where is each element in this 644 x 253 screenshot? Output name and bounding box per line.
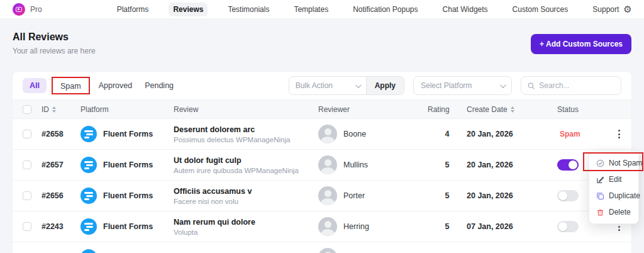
col-header-id[interactable]: ID — [42, 105, 80, 114]
menu-item-duplicate[interactable]: Duplicate — [589, 188, 638, 204]
reviewer-name: Mullins — [343, 160, 368, 169]
sort-icon[interactable] — [511, 106, 514, 113]
nav-item-testimonials[interactable]: Testimonials — [223, 3, 274, 16]
page-subtitle: Your all reviews are here — [13, 47, 96, 55]
review-title: Officiis accusamus v — [174, 187, 252, 196]
fluent-forms-icon — [80, 188, 97, 204]
app-logo-icon — [13, 3, 25, 16]
search-input[interactable] — [539, 81, 614, 90]
nav-item-notification-popups[interactable]: Notification Popups — [348, 3, 422, 16]
nav-item-templates[interactable]: Templates — [289, 3, 333, 16]
main-nav: Platforms Reviews Testimonials Templates… — [113, 3, 624, 16]
fluent-forms-icon — [80, 157, 97, 173]
menu-item-not-spam[interactable]: Not Spam — [589, 155, 638, 171]
nav-item-chat-widgets[interactable]: Chat Widgets — [438, 3, 492, 16]
rating-value: 5 — [428, 160, 467, 169]
menu-item-edit[interactable]: Edit — [589, 171, 638, 188]
status-toggle-off[interactable] — [557, 221, 579, 232]
row-context-menu: Not Spam Edit Duplicate Delete — [589, 151, 639, 224]
row-checkbox[interactable] — [23, 191, 31, 200]
review-title: Deserunt dolorem arc — [174, 125, 290, 134]
col-header-reviewer: Reviewer — [318, 105, 428, 114]
fluent-forms-icon — [80, 218, 97, 235]
status-toggle-off[interactable] — [557, 190, 579, 201]
page-title: All Reviews — [13, 31, 96, 43]
annotation-box-spam-tab: Spam — [52, 77, 90, 94]
col-header-status: Status — [557, 105, 607, 114]
review-excerpt: Facere nisi non volu — [174, 198, 252, 205]
create-date: 20 Jan, 2026 — [467, 130, 513, 138]
review-excerpt: Volupta — [174, 228, 255, 236]
menu-item-label: Not Spam — [609, 159, 642, 167]
review-excerpt: Possimus delectus WPManageNinja — [174, 136, 290, 143]
review-id: #2243 — [42, 222, 64, 231]
kebab-menu-icon[interactable] — [616, 128, 622, 140]
bulk-action-label: Bulk Action — [296, 81, 333, 90]
avatar — [318, 217, 337, 236]
avatar — [318, 125, 337, 143]
row-checkbox[interactable] — [23, 160, 31, 169]
avatar — [318, 248, 337, 253]
tab-all[interactable]: All — [23, 78, 47, 93]
status-spam-label: Spam — [560, 130, 580, 138]
menu-item-label: Edit — [609, 175, 622, 184]
review-id: #2657 — [42, 160, 64, 169]
platform-name: Fluent Forms — [103, 160, 153, 169]
reviewer-name: Porter — [343, 191, 365, 200]
reviewer-name: Herring — [343, 222, 369, 231]
top-navbar: Pro Platforms Reviews Testimonials Templ… — [0, 0, 644, 19]
create-date: 20 Jan, 2026 — [467, 191, 513, 200]
menu-item-label: Delete — [609, 208, 631, 216]
search-box[interactable] — [521, 76, 621, 95]
create-date: 07 Jan, 2026 — [467, 222, 513, 231]
tab-approved[interactable]: Approved — [95, 78, 136, 93]
rating-value: 5 — [428, 191, 467, 200]
col-header-review: Review — [174, 105, 318, 114]
settings-gear-icon[interactable]: ⚙ — [623, 4, 631, 14]
avatar — [318, 155, 337, 174]
menu-item-delete[interactable]: Delete — [589, 204, 638, 220]
select-all-checkbox[interactable] — [23, 105, 31, 114]
table-row: Aut rerum natus offi — [13, 242, 631, 253]
reviewer-name: Boone — [343, 130, 366, 138]
delete-trash-icon — [596, 208, 604, 216]
check-circle-icon — [596, 159, 604, 167]
search-icon — [528, 82, 535, 90]
add-custom-sources-button[interactable]: + Add Custom Sources — [531, 34, 631, 54]
avatar — [318, 186, 337, 205]
platform-name: Fluent Forms — [103, 130, 153, 138]
nav-item-platforms[interactable]: Platforms — [113, 3, 153, 16]
nav-item-custom-sources[interactable]: Custom Sources — [508, 3, 573, 16]
platform-name: Fluent Forms — [103, 191, 153, 200]
edit-pencil-icon — [596, 176, 604, 184]
rating-value: 4 — [428, 130, 467, 138]
sort-icon[interactable] — [52, 106, 56, 113]
platform-filter-select[interactable]: Select Platform — [413, 76, 512, 95]
row-checkbox[interactable] — [23, 222, 31, 231]
review-excerpt: Autem irure quibusda WPManageNinja — [174, 167, 299, 174]
col-header-create-date[interactable]: Create Date — [467, 105, 557, 114]
bulk-action-select[interactable]: Bulk Action — [289, 77, 366, 94]
create-date: 20 Jan, 2026 — [467, 160, 513, 169]
pro-badge: Pro — [30, 5, 42, 14]
review-id: #2658 — [42, 130, 64, 138]
fluent-forms-icon — [80, 126, 97, 142]
table-row: #2243 Fluent Forms Nam rerum qui dolore … — [13, 211, 631, 242]
review-id: #2656 — [42, 191, 64, 200]
col-header-rating: Rating — [428, 105, 467, 114]
tab-pending[interactable]: Pending — [141, 78, 177, 93]
nav-item-reviews[interactable]: Reviews — [169, 3, 208, 16]
row-checkbox[interactable] — [23, 130, 31, 138]
platform-filter-label: Select Platform — [421, 81, 472, 90]
review-title: Ut dolor fugit culp — [174, 156, 299, 165]
review-title: Nam rerum qui dolore — [174, 218, 255, 227]
fluent-forms-icon — [80, 249, 97, 253]
table-row: #2656 Fluent Forms Officiis accusamus v … — [13, 181, 631, 211]
status-toggle-on[interactable] — [557, 159, 579, 171]
rating-value: 5 — [428, 222, 467, 231]
chevron-down-icon — [355, 82, 362, 88]
tab-spam[interactable]: Spam — [59, 81, 82, 92]
apply-button[interactable]: Apply — [366, 77, 404, 94]
nav-item-support[interactable]: Support — [588, 3, 623, 16]
col-header-platform: Platform — [80, 105, 174, 114]
